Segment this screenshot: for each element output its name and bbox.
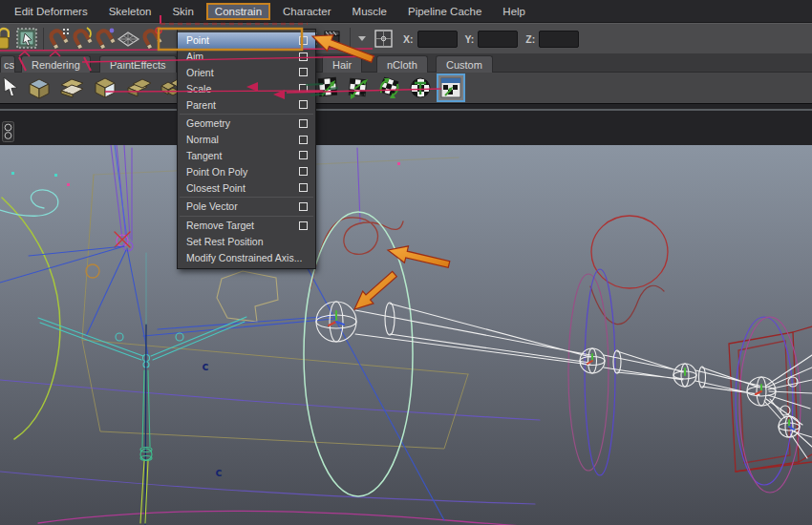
constrain-menu: Point Aim Orient Scale Parent Geometry N…	[177, 29, 316, 269]
tab-hair[interactable]: Hair	[322, 55, 362, 73]
parent-constraint-icon[interactable]	[408, 75, 433, 100]
tab-label: nCloth	[387, 59, 417, 71]
snap-to-plane-icon[interactable]	[117, 26, 140, 52]
menu-item-point-on-poly[interactable]: Point On Poly	[178, 163, 315, 179]
menu-item-label: Point	[186, 34, 209, 46]
shelf-tabs: cs Rendering PaintEffects Hair nCloth Cu…	[0, 53, 812, 73]
snap-to-grid-icon[interactable]	[47, 26, 71, 52]
tab-partial[interactable]: cs	[0, 55, 15, 73]
menu-item-label: Remove Target	[186, 220, 254, 231]
menu-item-closest-point[interactable]: Closest Point	[178, 179, 315, 196]
snap-to-point-icon[interactable]	[95, 26, 117, 52]
menu-item-parent[interactable]: Parent	[178, 96, 315, 113]
menu-skeleton[interactable]: Skeleton	[98, 3, 162, 20]
menu-item-label: Geometry	[186, 117, 230, 129]
menu-item-aim[interactable]: Aim	[178, 49, 315, 65]
tab-ncloth[interactable]: nCloth	[376, 55, 428, 73]
menu-edit-deformers[interactable]: Edit Deformers	[4, 3, 98, 20]
pole-vector-option-box[interactable]	[299, 202, 308, 211]
menu-item-pole-vector[interactable]: Pole Vector	[178, 199, 315, 215]
panel-grip-icon[interactable]	[2, 121, 15, 142]
polygon-pyramid-icon[interactable]	[125, 74, 154, 101]
menu-separator	[180, 114, 313, 115]
menu-item-modify-constrained-axis[interactable]: Modify Constrained Axis...	[178, 249, 315, 265]
aim-option-box[interactable]	[299, 52, 308, 61]
status-line: X: Y: Z:	[0, 23, 812, 53]
menu-item-label: Set Rest Position	[186, 236, 264, 247]
polygon-plane-icon[interactable]	[58, 74, 87, 101]
menu-item-label: Closest Point	[186, 182, 246, 194]
y-coordinate-input[interactable]	[478, 31, 518, 48]
menu-item-geometry[interactable]: Geometry	[178, 116, 315, 132]
menu-item-label: Modify Constrained Axis...	[186, 252, 302, 263]
dropdown-arrow-icon[interactable]	[357, 35, 369, 43]
menu-item-label: Aim	[186, 51, 203, 62]
axis-grid-icon[interactable]	[373, 28, 395, 51]
menu-item-remove-target[interactable]: Remove Target	[178, 218, 315, 234]
menu-item-tangent[interactable]: Tangent	[178, 148, 315, 164]
snap-to-curve-icon[interactable]	[71, 26, 95, 52]
point-constraint-icon[interactable]	[316, 75, 341, 100]
parent-option-box[interactable]	[299, 100, 308, 109]
menu-item-label: Parent	[186, 99, 216, 111]
menu-item-label: Pole Vector	[186, 200, 238, 212]
orient-constraint-icon[interactable]	[377, 75, 402, 100]
polygon-cube-icon[interactable]	[25, 74, 53, 101]
point-on-poly-option-box[interactable]	[299, 167, 308, 176]
z-coordinate-input[interactable]	[539, 31, 579, 48]
tangent-option-box[interactable]	[299, 151, 308, 159]
scene-wireframes: c c	[0, 145, 812, 525]
tab-label: Rendering	[32, 59, 80, 71]
select-tool-icon[interactable]	[1, 74, 20, 101]
orient-option-box[interactable]	[299, 68, 308, 76]
aim-constraint-icon[interactable]	[347, 75, 372, 100]
menu-item-label: Scale	[186, 83, 211, 94]
y-axis-label: Y:	[465, 33, 475, 45]
menu-item-label: Normal	[186, 134, 219, 145]
menu-skin[interactable]: Skin	[161, 3, 203, 20]
tab-rendering[interactable]: Rendering	[21, 55, 91, 73]
coordinate-entry: X: Y: Z:	[309, 24, 579, 54]
menu-character[interactable]: Character	[272, 3, 342, 20]
viewport-toolbar-band	[0, 103, 812, 145]
slate-icon[interactable]	[322, 28, 343, 51]
menu-item-set-rest-position[interactable]: Set Rest Position	[178, 234, 315, 250]
shelf	[0, 73, 812, 103]
lock-icon[interactable]	[0, 26, 10, 52]
remove-target-option-box[interactable]	[299, 221, 308, 230]
control-label-c: c	[215, 465, 223, 479]
z-axis-label: Z:	[525, 33, 535, 45]
maya-window: Edit Deformers Skeleton Skin Constrain C…	[0, 0, 812, 525]
toolbar-divider	[350, 28, 351, 51]
constraint-options-icon[interactable]	[438, 75, 463, 100]
tab-painteffects[interactable]: PaintEffects	[99, 55, 177, 73]
select-object-icon[interactable]	[15, 27, 40, 52]
menu-item-label: Tangent	[186, 150, 222, 161]
tab-label: cs	[4, 59, 14, 71]
menu-item-normal[interactable]: Normal	[178, 132, 315, 148]
menu-bar: Edit Deformers Skeleton Skin Constrain C…	[0, 0, 812, 23]
normal-option-box[interactable]	[299, 136, 308, 144]
x-coordinate-input[interactable]	[417, 31, 458, 48]
menu-item-orient[interactable]: Orient	[178, 65, 315, 81]
x-axis-label: X:	[403, 33, 414, 45]
polygon-prism-icon[interactable]	[92, 74, 120, 101]
geometry-option-box[interactable]	[299, 119, 308, 128]
tab-custom[interactable]: Custom	[436, 55, 493, 73]
menu-constrain[interactable]: Constrain	[206, 3, 270, 20]
scale-option-box[interactable]	[299, 84, 308, 93]
viewport-3d[interactable]: c c	[0, 145, 812, 525]
tab-label: Hair	[332, 59, 352, 71]
menu-item-label: Orient	[186, 67, 214, 78]
control-label-c: c	[202, 359, 209, 373]
menu-item-point[interactable]: Point	[178, 32, 315, 49]
make-live-icon[interactable]	[140, 26, 164, 52]
closest-point-option-box[interactable]	[299, 183, 308, 192]
tab-label: PaintEffects	[110, 59, 166, 71]
menu-help[interactable]: Help	[492, 3, 536, 20]
menu-pipeline-cache[interactable]: Pipeline Cache	[397, 3, 492, 20]
menu-muscle[interactable]: Muscle	[342, 3, 397, 20]
point-option-box[interactable]	[299, 36, 308, 45]
menu-item-scale[interactable]: Scale	[178, 80, 315, 96]
tab-label: Custom	[446, 59, 482, 71]
